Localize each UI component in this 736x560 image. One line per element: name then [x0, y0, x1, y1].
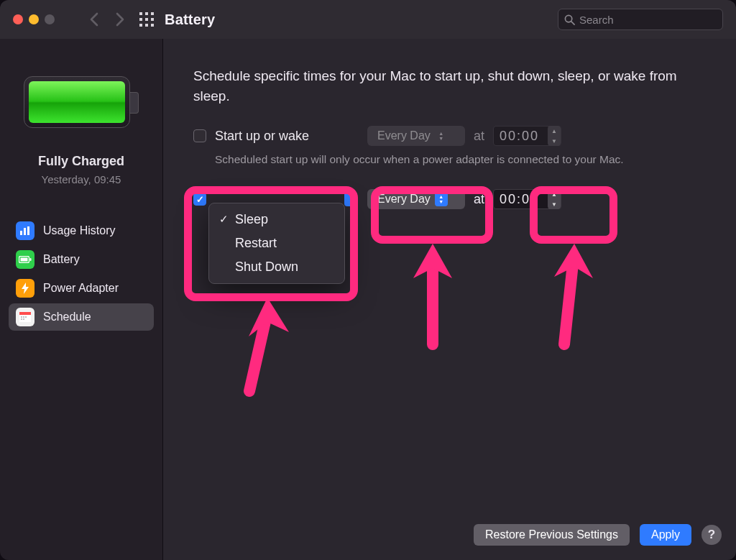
svg-rect-4	[145, 18, 148, 21]
shutdown-day-popup[interactable]: Every Day ▲▼	[367, 189, 465, 209]
search-icon	[564, 14, 575, 25]
startup-row: Start up or wake Every Day ▲▼ at 00:00 ▲…	[193, 126, 706, 146]
battery-icon	[16, 250, 34, 269]
battery-status: Fully Charged	[9, 154, 154, 169]
svg-line-10	[571, 21, 574, 24]
search-field[interactable]	[558, 9, 723, 30]
bolt-icon	[16, 279, 34, 298]
shutdown-day-value: Every Day	[377, 193, 431, 206]
startup-day-value: Every Day	[377, 129, 431, 142]
chart-icon	[16, 221, 34, 240]
sidebar-item-battery[interactable]: Battery	[9, 246, 154, 273]
startup-checkbox[interactable]	[193, 129, 206, 142]
svg-rect-12	[24, 228, 26, 235]
startup-time-field[interactable]: 00:00 ▲▼	[493, 126, 561, 146]
zoom-window-button[interactable]	[45, 14, 55, 24]
apply-button[interactable]: Apply	[640, 524, 691, 546]
shutdown-action-menu: ✓ Sleep Restart Shut Down	[208, 203, 345, 284]
startup-note: Scheduled start up will only occur when …	[215, 153, 706, 166]
battery-status-time: Yesterday, 09:45	[9, 173, 154, 185]
at-label: at	[474, 192, 484, 207]
svg-rect-5	[151, 18, 154, 21]
svg-rect-15	[21, 258, 28, 262]
close-window-button[interactable]	[13, 14, 23, 24]
svg-rect-2	[151, 12, 154, 15]
svg-rect-19	[21, 316, 22, 318]
menu-item-label: Restart	[235, 236, 277, 250]
sidebar-item-label: Schedule	[43, 311, 91, 323]
shutdown-time-stepper[interactable]: ▲▼	[548, 189, 561, 209]
annotation-arrow-2	[408, 244, 458, 352]
minimize-window-button[interactable]	[29, 14, 39, 24]
sidebar: Fully Charged Yesterday, 09:45 Usage His…	[0, 39, 163, 560]
show-all-icon[interactable]	[137, 10, 156, 29]
intro-text: Schedule specific times for your Mac to …	[193, 66, 706, 106]
svg-rect-20	[23, 316, 24, 318]
svg-rect-1	[145, 12, 148, 15]
at-label: at	[474, 129, 484, 144]
startup-label: Start up or wake	[215, 129, 359, 144]
shutdown-action-popup[interactable]	[344, 192, 357, 206]
menu-item-sleep[interactable]: ✓ Sleep	[213, 208, 340, 231]
sidebar-item-usage-history[interactable]: Usage History	[9, 217, 154, 244]
shutdown-checkbox[interactable]	[193, 193, 206, 206]
main-panel: Schedule specific times for your Mac to …	[163, 39, 736, 560]
shutdown-time-field[interactable]: 00:00 ▲▼	[493, 189, 561, 209]
forward-button[interactable]	[107, 9, 133, 30]
startup-time-value: 00:00	[494, 129, 545, 144]
svg-rect-0	[139, 12, 142, 15]
svg-rect-8	[151, 24, 154, 27]
menu-item-shutdown[interactable]: Shut Down	[213, 255, 340, 279]
svg-rect-23	[23, 318, 24, 320]
help-button[interactable]: ?	[702, 525, 722, 545]
popup-arrows-icon: ▲▼	[435, 192, 448, 206]
annotation-arrow-1	[224, 298, 296, 405]
calendar-icon	[16, 308, 34, 326]
search-input[interactable]	[579, 14, 717, 26]
menu-item-restart[interactable]: Restart	[213, 231, 340, 255]
battery-graphic	[24, 70, 139, 132]
check-icon: ✓	[219, 213, 229, 226]
svg-rect-7	[145, 24, 148, 27]
startup-time-stepper[interactable]: ▲▼	[548, 126, 561, 146]
svg-rect-17	[19, 312, 31, 315]
svg-rect-11	[20, 231, 22, 235]
svg-rect-3	[139, 18, 142, 21]
menu-item-label: Sleep	[235, 212, 268, 226]
menu-item-label: Shut Down	[235, 260, 298, 274]
popup-arrows-icon: ▲▼	[435, 129, 448, 143]
sidebar-item-label: Battery	[43, 253, 80, 266]
sidebar-item-label: Usage History	[43, 224, 115, 237]
annotation-arrow-3	[544, 244, 602, 352]
shutdown-time-value: 00:00	[494, 192, 545, 207]
titlebar: Battery	[0, 0, 736, 39]
svg-rect-22	[21, 318, 22, 320]
svg-rect-6	[139, 24, 142, 27]
startup-day-popup[interactable]: Every Day ▲▼	[367, 126, 465, 146]
svg-rect-21	[25, 316, 27, 318]
window-controls	[13, 14, 55, 24]
sidebar-item-schedule[interactable]: Schedule	[9, 303, 154, 331]
restore-button[interactable]: Restore Previous Settings	[474, 524, 630, 546]
sidebar-item-label: Power Adapter	[43, 282, 119, 295]
svg-rect-16	[30, 258, 32, 261]
sidebar-item-power-adapter[interactable]: Power Adapter	[9, 275, 154, 302]
back-button[interactable]	[81, 9, 107, 30]
footer: Restore Previous Settings Apply ?	[163, 524, 736, 546]
window-title: Battery	[165, 12, 215, 28]
svg-rect-13	[27, 226, 29, 235]
